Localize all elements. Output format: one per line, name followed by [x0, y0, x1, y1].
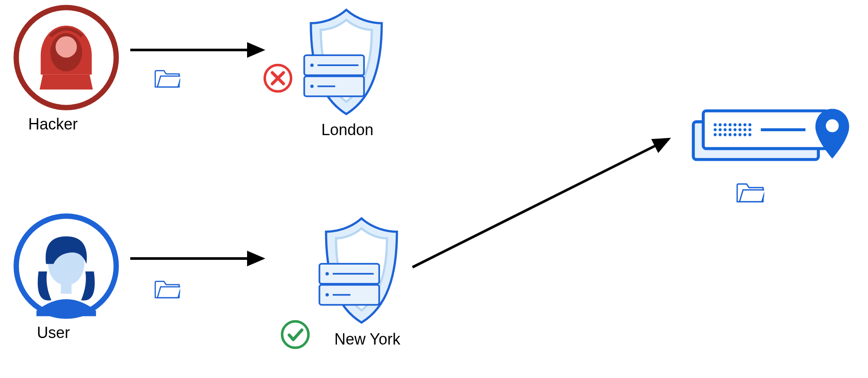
- folder-icon-destination: [736, 180, 764, 208]
- arrow-hacker-to-london: [128, 41, 276, 59]
- server-newyork: [317, 215, 406, 330]
- ip-location-icon: [690, 100, 851, 169]
- user-label: User: [37, 324, 70, 342]
- hacker-avatar: [13, 4, 119, 115]
- server-london-label: London: [321, 121, 373, 139]
- deny-badge: [263, 63, 293, 97]
- shield-server-icon: [317, 215, 406, 326]
- arrow-user-to-newyork: [128, 250, 276, 267]
- server-london: [302, 7, 391, 121]
- user-avatar: [13, 213, 119, 323]
- hacker-label: Hacker: [28, 115, 78, 133]
- allow-badge: [280, 319, 310, 354]
- folder-icon: [154, 67, 180, 89]
- user-icon: [13, 213, 119, 319]
- folder-icon-hacker: [154, 67, 180, 93]
- allow-icon: [280, 319, 310, 350]
- deny-icon: [263, 63, 293, 93]
- arrow-newyork-to-destination: [408, 130, 686, 274]
- hacker-icon: [13, 4, 119, 111]
- folder-icon: [154, 278, 180, 300]
- server-newyork-label: New York: [334, 330, 400, 348]
- folder-icon-user: [154, 278, 180, 304]
- svg-line-46: [413, 139, 669, 267]
- shield-server-icon: [302, 7, 391, 117]
- destination: [690, 100, 851, 173]
- folder-icon: [736, 180, 764, 204]
